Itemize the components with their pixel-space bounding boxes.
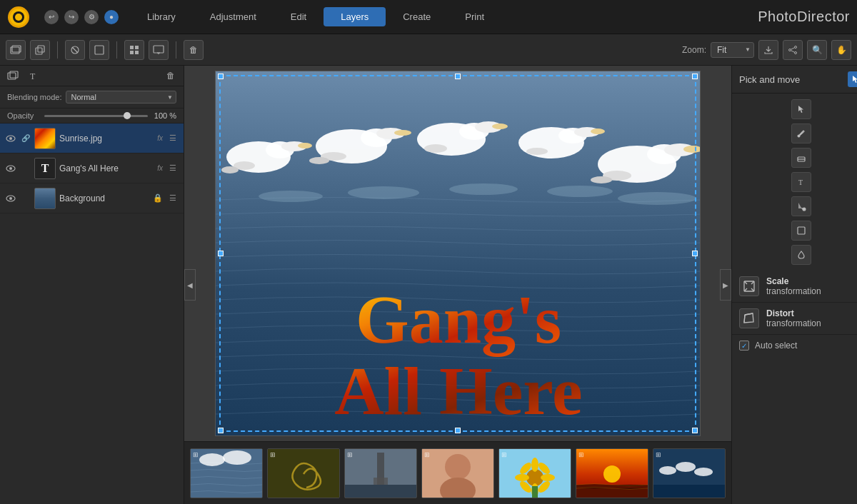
pick-move-cursor-icon[interactable] [848,71,857,87]
right-panel: Pick and move [731,66,857,504]
layer-chain-sunrise[interactable]: 🔗 [21,133,31,143]
layer-chain-text[interactable] [21,163,31,173]
svg-point-62 [348,186,419,199]
collapse-left-btn[interactable]: ◀ [184,269,196,301]
svg-point-31 [9,197,12,200]
layer-visibility-background[interactable] [4,192,17,205]
cursor-tool-icon[interactable] [791,99,811,119]
film-icon-water: ⊞ [193,451,199,458]
film-thumb-birds[interactable]: ⊞ [653,448,726,498]
svg-text:All Here: All Here [334,353,582,429]
blend-mode-row: Blending mode: Normal Multiply Screen Ov… [0,86,184,109]
tab-create[interactable]: Create [386,7,448,26]
layer-item-text[interactable]: T Gang's All Here fx ☰ [0,153,184,183]
film-thumb-portrait[interactable]: ⊞ [421,448,494,498]
collapse-right-btn[interactable]: ▶ [720,269,731,301]
layer-actions-text[interactable]: ☰ [166,162,179,175]
blend-mode-select[interactable]: Normal Multiply Screen Overlay [66,91,176,104]
svg-point-65 [618,192,696,205]
monitor-btn[interactable] [149,40,169,60]
account-btn[interactable]: ● [104,10,119,24]
blend-mode-select-wrap[interactable]: Normal Multiply Screen Overlay [66,91,176,104]
undo-btn[interactable]: ↩ [44,10,59,24]
distort-label: Distort transformation [766,308,821,328]
film-thumb-tower[interactable]: ⊞ [344,448,417,498]
redo-btn[interactable]: ↪ [64,10,79,24]
svg-rect-7 [38,46,44,52]
svg-rect-89 [532,486,538,498]
export-btn[interactable] [758,40,778,60]
svg-text:Gang's: Gang's [356,281,561,358]
fill-tool-icon[interactable] [791,196,811,216]
app-logo[interactable] [7,6,30,29]
zoom-select-wrap[interactable]: Fit Fill 25% 50% 100% [711,42,754,58]
svg-point-61 [259,191,323,202]
tab-adjustment[interactable]: Adjustment [193,7,274,26]
layer-actions-sunrise[interactable]: ☰ [166,132,179,145]
svg-point-53 [591,128,605,134]
tab-print[interactable]: Print [448,7,501,26]
svg-point-27 [9,137,12,140]
tab-layers[interactable]: Layers [324,7,386,26]
svg-line-21 [791,47,794,49]
svg-point-83 [515,474,529,481]
layer-panel-toolbar: T 🗑 [0,66,184,86]
svg-rect-24 [10,71,18,78]
brush-tool-icon[interactable] [791,124,811,143]
layer-fx-sunrise[interactable]: fx [157,134,163,142]
delete-layer-btn[interactable]: 🗑 [184,40,204,60]
svg-point-102 [803,208,806,211]
film-icon-sunflower: ⊞ [501,451,507,458]
tab-edit[interactable]: Edit [274,7,324,26]
svg-rect-23 [8,73,16,79]
shape-btn[interactable] [89,40,109,60]
share-btn[interactable] [783,40,803,60]
layer-visibility-sunrise[interactable] [4,132,17,145]
svg-point-49 [424,144,447,153]
film-thumb-swirl[interactable]: ⊞ [267,448,340,498]
layer-chain-background[interactable] [21,193,31,203]
opacity-thumb[interactable] [124,112,131,119]
distort-transformation-item[interactable]: Distort transformation [732,303,857,335]
layer-visibility-text[interactable] [4,162,17,175]
new-layer-btn[interactable] [6,40,26,60]
svg-point-54 [526,148,548,155]
svg-point-98 [798,135,801,138]
canvas-container[interactable]: Gang's All Here [184,66,731,441]
film-thumb-sunflower[interactable]: ⊞ [498,448,571,498]
layer-lock-background: 🔒 [153,193,163,203]
eraser-tool-icon[interactable] [791,148,811,168]
add-text-layer-btn[interactable]: T [24,67,41,84]
svg-point-42 [394,130,411,136]
settings-btn[interactable]: ⚙ [84,10,99,24]
layer-item-sunrise[interactable]: 🔗 Sunrise.jpg fx ☰ [0,124,184,153]
delete-layer-mini-btn[interactable]: 🗑 [162,67,179,84]
separator-1 [57,41,58,59]
auto-select-checkbox[interactable]: ✓ [739,341,749,351]
text-tool-icon[interactable]: T [791,172,811,192]
svg-point-60 [591,176,612,183]
distort-icon [739,308,759,328]
layer-item-background[interactable]: Background 🔒 ☰ [0,183,184,213]
duplicate-layer-btn[interactable] [30,40,50,60]
layer-fx-text[interactable]: fx [157,164,163,172]
tab-library[interactable]: Library [130,7,193,26]
hand-btn[interactable]: ✋ [831,40,851,60]
scale-transformation-item[interactable]: Scale transformation [732,271,857,303]
shape-tool-icon[interactable] [791,221,811,241]
droplet-tool-icon[interactable] [791,245,811,265]
grid-btn[interactable] [124,40,144,60]
film-thumb-sunset[interactable]: ⊞ [576,448,648,498]
brush-btn[interactable] [65,40,85,60]
zoom-select[interactable]: Fit Fill 25% 50% 100% [711,42,754,58]
svg-rect-92 [576,485,648,498]
svg-rect-12 [135,46,139,49]
svg-rect-14 [135,51,139,54]
film-icon-portrait: ⊞ [424,451,430,458]
svg-point-96 [694,468,713,476]
add-layer-btn[interactable] [4,67,21,84]
opacity-slider[interactable] [44,115,148,117]
search-btn[interactable]: 🔍 [807,40,827,60]
film-thumb-water[interactable]: ⊞ [190,448,263,498]
layer-actions-background[interactable]: ☰ [166,192,179,205]
